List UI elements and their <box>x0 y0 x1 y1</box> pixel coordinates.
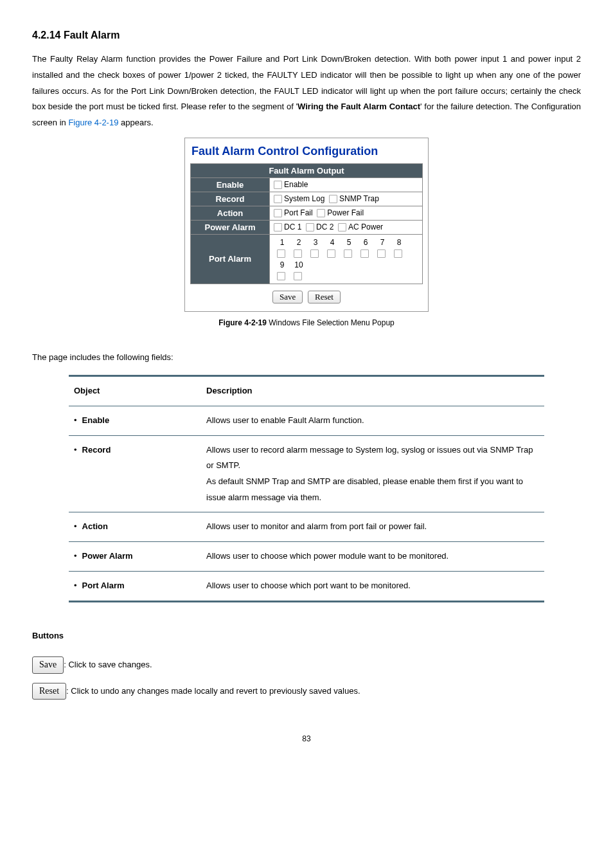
record-snmp-checkbox[interactable] <box>329 195 337 203</box>
port-9-checkbox[interactable] <box>277 272 285 280</box>
port-num-2: 2 <box>290 238 307 247</box>
fields-table: Object Description •Enable Allows user t… <box>69 375 544 602</box>
port-7-checkbox[interactable] <box>377 249 386 258</box>
power-opt3: AC Power <box>348 222 383 231</box>
row-enable-value: Enable <box>270 177 423 192</box>
port-num-9: 9 <box>274 260 290 269</box>
save-explain: Save: Click to save changes. <box>32 656 581 673</box>
port-num-1: 1 <box>274 238 290 247</box>
row-power-label: Power Alarm <box>191 220 270 234</box>
row-port-label: Port Alarm <box>191 234 270 284</box>
record-opt2: SNMP Trap <box>339 194 379 203</box>
table-row: •Port Alarm Allows user to choose which … <box>69 571 544 601</box>
action-opt1: Port Fail <box>284 208 313 217</box>
intro-bold: Wiring the Fault Alarm Contact <box>298 102 420 111</box>
row-power-value: DC 1 DC 2 AC Power <box>270 220 423 234</box>
port-num-8: 8 <box>391 238 407 247</box>
row-action-value: Port Fail Power Fail <box>270 206 423 220</box>
figure-caption-bold: Figure 4-2-19 <box>218 318 269 327</box>
config-button-row: Save Reset <box>190 291 423 303</box>
reset-desc: : Click to undo any changes made locally… <box>66 685 360 695</box>
port-6-checkbox[interactable] <box>360 249 369 258</box>
port-2-checkbox[interactable] <box>294 249 302 258</box>
power-dc1-checkbox[interactable] <box>274 223 282 231</box>
port-num-10: 10 <box>290 260 307 269</box>
fa-header: Fault Alarm Output <box>191 163 423 177</box>
desc-enable: Allows user to enable Fault Alarm functi… <box>201 406 544 436</box>
action-portfail-checkbox[interactable] <box>274 209 282 217</box>
desc-action: Allows user to monitor and alarm from po… <box>201 512 544 542</box>
record-syslog-checkbox[interactable] <box>274 195 282 203</box>
intro-text-3: appears. <box>118 118 153 127</box>
col-object-header: Object <box>69 376 201 406</box>
col-description-header: Description <box>201 376 544 406</box>
port-num-3: 3 <box>307 238 324 247</box>
power-ac-checkbox[interactable] <box>338 223 346 231</box>
port-num-5: 5 <box>341 238 357 247</box>
record-opt1: System Log <box>284 194 324 203</box>
power-opt2: DC 2 <box>316 222 333 231</box>
reset-explain: Reset: Click to undo any changes made lo… <box>32 683 581 700</box>
reset-button-inline[interactable]: Reset <box>32 683 66 700</box>
table-row: •Enable Allows user to enable Fault Alar… <box>69 406 544 436</box>
port-num-6: 6 <box>357 238 374 247</box>
figure-caption-text: Windows File Selection Menu Popup <box>269 318 394 327</box>
save-desc: : Click to save changes. <box>64 660 152 669</box>
action-opt2: Power Fail <box>327 208 364 217</box>
obj-action: Action <box>82 521 108 531</box>
port-grid: 1 2 3 4 5 6 7 8 9 10 <box>274 237 418 282</box>
reset-button[interactable]: Reset <box>308 291 341 303</box>
row-record-value: System Log SNMP Trap <box>270 192 423 206</box>
buttons-heading: Buttons <box>32 628 581 644</box>
desc-record: Allows user to record alarm message to S… <box>201 435 544 512</box>
table-row: •Record Allows user to record alarm mess… <box>69 435 544 512</box>
row-record-label: Record <box>191 192 270 206</box>
intro-paragraph: The Faulty Relay Alarm function provides… <box>32 51 581 131</box>
row-action-label: Action <box>191 206 270 220</box>
port-num-7: 7 <box>374 238 391 247</box>
save-button[interactable]: Save <box>272 291 303 303</box>
row-enable-label: Enable <box>191 177 270 192</box>
port-1-checkbox[interactable] <box>277 249 285 258</box>
page-number: 83 <box>32 732 581 746</box>
action-powerfail-checkbox[interactable] <box>317 209 325 217</box>
obj-enable: Enable <box>82 415 110 425</box>
table-row: •Power Alarm Allows user to choose which… <box>69 542 544 572</box>
section-heading: 4.2.14 Fault Alarm <box>32 26 581 45</box>
obj-port: Port Alarm <box>82 581 125 590</box>
config-title: Fault Alarm Control Configuration <box>191 145 423 158</box>
enable-opt1: Enable <box>284 180 308 189</box>
fault-alarm-table: Fault Alarm Output Enable Enable Record … <box>190 163 423 284</box>
port-3-checkbox[interactable] <box>310 249 319 258</box>
fields-intro: The page includes the following fields: <box>32 350 581 366</box>
desc-power: Allows user to choose which power module… <box>201 542 544 572</box>
row-port-value: 1 2 3 4 5 6 7 8 9 10 <box>270 234 423 284</box>
save-button-inline[interactable]: Save <box>32 656 64 673</box>
enable-checkbox[interactable] <box>274 181 282 189</box>
desc-port: Allows user to choose which port want to… <box>201 571 544 601</box>
port-num-4: 4 <box>324 238 341 247</box>
port-10-checkbox[interactable] <box>294 272 302 280</box>
port-5-checkbox[interactable] <box>344 249 352 258</box>
power-dc2-checkbox[interactable] <box>306 223 314 231</box>
port-8-checkbox[interactable] <box>394 249 402 258</box>
port-4-checkbox[interactable] <box>327 249 335 258</box>
power-opt1: DC 1 <box>284 222 301 231</box>
table-row: •Action Allows user to monitor and alarm… <box>69 512 544 542</box>
obj-power: Power Alarm <box>82 551 133 561</box>
figure-link[interactable]: Figure 4-2-19 <box>68 118 118 127</box>
obj-record: Record <box>82 445 111 455</box>
figure-caption: Figure 4-2-19 Windows File Selection Men… <box>32 316 581 330</box>
config-panel: Fault Alarm Control Configuration Fault … <box>184 138 429 312</box>
